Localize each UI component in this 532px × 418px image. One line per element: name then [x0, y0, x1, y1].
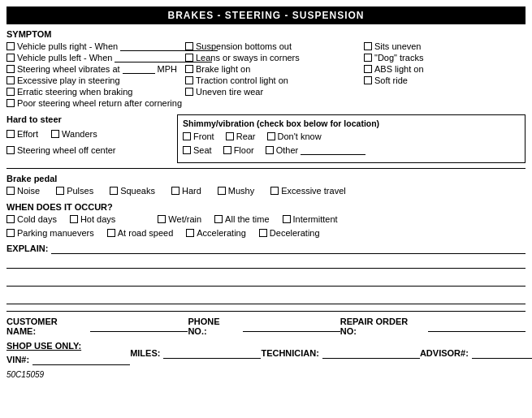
checkbox-seat[interactable]: [183, 146, 191, 154]
when-section: WHEN DOES IT OCCUR? Cold days Hot days W…: [6, 202, 526, 239]
checkbox-wanders[interactable]: [51, 130, 59, 138]
checkbox-wet-rain[interactable]: [158, 215, 166, 223]
checkbox-rear[interactable]: [226, 132, 234, 140]
checkbox-uneven-tire[interactable]: [185, 88, 193, 96]
when-intermittent: Intermittent: [283, 214, 338, 224]
brake-pulses: Pulses: [56, 186, 93, 196]
checkbox-front[interactable]: [183, 132, 191, 140]
technician-label: TECHNICIAN:: [261, 348, 319, 358]
when-cold-days: Cold days: [6, 214, 57, 224]
symptom-col3: Sits uneven "Dog" tracks ABS light on So…: [364, 41, 494, 110]
shimmy-rear: Rear: [226, 131, 256, 141]
checkbox-accelerating[interactable]: [186, 229, 194, 237]
checkbox-leans-sways[interactable]: [185, 54, 193, 62]
repair-order-input[interactable]: [428, 321, 526, 332]
checkbox-pulls-left[interactable]: [6, 54, 15, 62]
shimmy-front: Front: [183, 131, 214, 141]
checkbox-sits-uneven[interactable]: [364, 42, 372, 50]
shimmy-seat: Seat: [183, 145, 212, 155]
brake-hard: Hard: [171, 186, 201, 196]
when-label: WHEN DOES IT OCCUR?: [6, 202, 526, 212]
checkbox-off-center[interactable]: [6, 146, 15, 154]
when-all-time: All the time: [214, 214, 269, 224]
explain-field[interactable]: [51, 243, 526, 254]
symptom-excessive-play: Excessive play in steering: [6, 75, 185, 85]
checkbox-intermittent[interactable]: [283, 215, 291, 223]
checkbox-floor[interactable]: [223, 146, 231, 154]
customer-name-field: CUSTOMER NAME:: [6, 317, 188, 336]
checkbox-noise[interactable]: [6, 187, 15, 195]
checkbox-pulses[interactable]: [56, 187, 64, 195]
checkbox-decelerating[interactable]: [259, 229, 267, 237]
shimmy-row2: Seat Floor Other: [183, 145, 520, 157]
brake-excessive-travel: Excessive travel: [270, 186, 345, 196]
vin-input[interactable]: [32, 354, 130, 365]
shimmy-dont-know: Don't know: [267, 131, 322, 141]
checkbox-suspension-bottoms[interactable]: [185, 42, 193, 50]
when-row2: Parking manuevers At road speed Accelera…: [6, 228, 526, 239]
checkbox-dog-tracks[interactable]: [364, 54, 372, 62]
symptom-leans-sways: Leans or sways in corners: [185, 53, 364, 62]
advisor-input[interactable]: [472, 347, 532, 359]
checkbox-excessive-travel[interactable]: [270, 187, 279, 195]
footer-row2-left: SHOP USE ONLY: VIN#:: [6, 341, 130, 365]
when-road-speed: At road speed: [107, 228, 174, 238]
symptom-col1: Vehicle pulls right - When Vehicle pulls…: [6, 41, 185, 110]
hard-steer-label: Hard to steer: [6, 114, 169, 124]
symptom-erratic: Erratic steering when braking: [6, 87, 185, 97]
miles-field: MILES:: [130, 347, 261, 359]
phone-input[interactable]: [243, 321, 340, 332]
checkbox-hard[interactable]: [171, 187, 179, 195]
blank-line-3: [6, 293, 526, 304]
checkbox-abs-light[interactable]: [364, 65, 372, 73]
checkbox-cold-days[interactable]: [6, 215, 15, 223]
doc-number: 50C15059: [6, 370, 526, 379]
checkbox-squeaks[interactable]: [110, 187, 118, 195]
checkbox-erratic[interactable]: [6, 88, 15, 96]
checkbox-other[interactable]: [266, 146, 274, 154]
explain-line: EXPLAIN:: [6, 243, 526, 254]
technician-input[interactable]: [322, 347, 420, 359]
header-title: BRAKES - STEERING - SUSPENSION: [167, 10, 364, 21]
vibrates-field[interactable]: [123, 64, 155, 74]
checkbox-parking[interactable]: [6, 229, 15, 237]
symptom-pulls-left: Vehicle pulls left - When: [6, 53, 185, 62]
miles-input[interactable]: [163, 347, 261, 359]
symptom-sits-uneven: Sits uneven: [364, 41, 494, 51]
repair-order-label: REPAIR ORDER NO:: [340, 317, 425, 336]
footer-section: CUSTOMER NAME: PHONE NO.: REPAIR ORDER N…: [6, 311, 526, 365]
checkbox-soft-ride[interactable]: [364, 76, 372, 84]
checkbox-brake-light[interactable]: [185, 65, 193, 73]
checkbox-vibrates[interactable]: [6, 65, 15, 73]
checkbox-effort[interactable]: [6, 130, 15, 138]
checkbox-hot-days[interactable]: [70, 215, 78, 223]
shimmy-box: Shimmy/vibration (check box below for lo…: [177, 114, 526, 163]
when-parking: Parking manuevers: [6, 228, 94, 238]
explain-label: EXPLAIN:: [6, 243, 48, 253]
shimmy-floor: Floor: [223, 145, 254, 155]
symptom-vibrates: Steering wheel vibrates at MPH: [6, 64, 185, 74]
brake-options-row: Noise Pulses Squeaks Hard Mushy Excessiv…: [6, 186, 526, 197]
checkbox-all-time[interactable]: [214, 215, 223, 223]
checkbox-pulls-right[interactable]: [6, 42, 15, 50]
symptom-poor-return: Poor steering wheel return after corneri…: [6, 98, 185, 108]
brake-section: Brake pedal Noise Pulses Squeaks Hard Mu…: [6, 174, 526, 197]
checkbox-poor-return[interactable]: [6, 99, 15, 107]
customer-name-input[interactable]: [90, 321, 188, 332]
divider1: [6, 168, 526, 169]
shimmy-other-field[interactable]: [301, 145, 365, 155]
checkbox-traction-control[interactable]: [185, 76, 193, 84]
when-wet-rain: Wet/rain: [158, 214, 201, 224]
when-row1: Cold days Hot days Wet/rain All the time…: [6, 214, 526, 226]
blank-line-1: [6, 257, 526, 269]
symptom-brake-light: Brake light on: [185, 64, 364, 74]
checkbox-dont-know[interactable]: [267, 132, 275, 140]
symptom-label: SYMPTOM: [6, 29, 526, 39]
checkbox-road-speed[interactable]: [107, 229, 115, 237]
symptom-suspension-bottoms: Suspension bottoms out: [185, 41, 364, 51]
checkbox-mushy[interactable]: [218, 187, 226, 195]
checkbox-excessive-play[interactable]: [6, 76, 15, 84]
shimmy-title: Shimmy/vibration (check box below for lo…: [183, 119, 520, 128]
advisor-label: ADVISOR#:: [420, 348, 469, 358]
phone-field: PHONE NO.:: [188, 317, 340, 336]
